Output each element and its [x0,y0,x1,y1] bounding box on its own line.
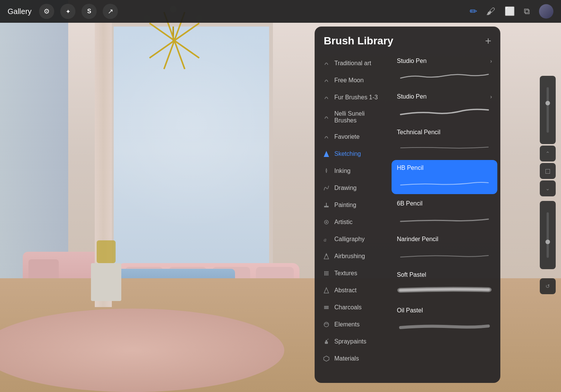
category-favoriete[interactable]: Favoriete [317,129,386,145]
category-free-moon-label: Free Moon [334,77,364,84]
brush-item-studio-pen-2[interactable]: Studio Pen › [392,89,497,123]
brush-stroke-hb-pencil [397,174,492,190]
brush-item-soft-pastel[interactable]: Soft Pastel [392,267,497,301]
category-charcoals[interactable]: Charcoals [317,299,386,316]
brush-item-technical-pencil[interactable]: Technical Pencil [392,124,497,158]
add-brush-button[interactable]: + [485,36,491,46]
svg-point-6 [326,254,327,256]
arrow-button[interactable]: ↗ [103,4,118,19]
category-textures-label: Textures [334,270,357,277]
square-tool-button[interactable]: □ [540,163,556,179]
category-artistic-label: Artistic [334,219,353,226]
category-materials[interactable]: Materials [317,350,386,367]
category-materials-label: Materials [334,355,359,362]
category-calligraphy[interactable]: a Calligraphy [317,231,386,248]
category-sketching[interactable]: Sketching [317,146,386,162]
right-tools: ✏ 🖌 ⬜ ⧉ [470,4,553,19]
airbrushing-icon [322,252,331,260]
brush-item-6b-pencil[interactable]: 6B Pencil [392,196,497,230]
brush-panel-body: Traditional art Free Moon Fur Brushes 1-… [315,53,500,383]
favoriete-icon [322,133,331,141]
brush-stroke-technical-pencil [397,139,492,154]
sketch-button[interactable]: S [81,4,97,19]
category-painting[interactable]: Painting [317,197,386,213]
brush-library-panel: Brush Library + Traditional art Free Moo… [315,27,500,383]
wrench-button[interactable]: ⚙ [39,4,54,19]
svg-line-20 [327,339,329,340]
brush-panel-header: Brush Library + [315,27,500,53]
charcoals-icon [322,303,331,312]
artistic-icon [322,218,331,226]
category-drawing-label: Drawing [334,185,357,191]
brush-stroke-studio-pen-1 [397,67,492,83]
sidebar-up-arrow[interactable]: ⌃ [540,146,556,162]
square-icon: □ [545,167,550,176]
category-sketching-label: Sketching [334,151,361,157]
brush-stroke-6b-pencil [397,210,492,225]
brush-item-studio-pen-1[interactable]: Studio Pen › [392,53,497,87]
category-airbrushing[interactable]: Airbrushing [317,248,386,265]
painting-icon [322,201,331,209]
pencil-tool-button[interactable]: ✏ [470,6,477,17]
svg-text:a: a [324,237,326,243]
category-painting-label: Painting [334,202,356,209]
svg-marker-0 [324,151,329,157]
down-arrow-icon: ⌄ [545,185,550,191]
wrench-icon: ⚙ [44,7,50,16]
calligraphy-icon: a [322,235,331,243]
materials-icon [322,354,331,363]
elements-icon [322,320,331,329]
brush-name-soft-pastel: Soft Pastel [397,271,426,278]
category-textures[interactable]: Textures [317,265,386,282]
brush-item-hb-pencil[interactable]: HB Pencil [392,160,497,194]
category-spraypaints-label: Spraypaints [334,338,367,345]
brush-chevron-2: › [490,94,492,100]
category-abstract[interactable]: Abstract [317,282,386,299]
textures-icon [322,269,331,278]
category-artistic[interactable]: Artistic [317,214,386,230]
category-fur-brushes[interactable]: Fur Brushes 1-3 [317,89,386,106]
brush-tool-button[interactable]: 🖌 [486,6,495,17]
category-spraypaints[interactable]: Spraypaints [317,333,386,350]
layers-tool-button[interactable]: ⧉ [524,6,530,16]
avatar[interactable] [539,4,553,19]
brush-name-narinder-pencil: Narinder Pencil [397,236,438,243]
brush-item-narinder-pencil[interactable]: Narinder Pencil [392,231,497,265]
category-fur-brushes-label: Fur Brushes 1-3 [334,94,378,101]
magic-icon: ✦ [66,8,71,15]
refresh-icon: ↺ [545,283,550,289]
fur-brushes-icon [322,93,331,102]
category-traditional-art-label: Traditional art [334,60,371,67]
size-slider[interactable] [547,87,549,133]
opacity-slider[interactable] [547,212,549,258]
category-inking[interactable]: Inking [317,163,386,179]
category-favoriete-label: Favoriete [334,133,360,140]
brush-name-technical-pencil: Technical Pencil [397,129,440,136]
brush-stroke-oil-pastel [397,317,492,332]
category-drawing[interactable]: Drawing [317,180,386,196]
category-airbrushing-label: Airbrushing [334,253,365,260]
category-elements[interactable]: Elements [317,316,386,333]
eraser-tool-button[interactable]: ⬜ [505,6,515,16]
magic-button[interactable]: ✦ [60,4,75,19]
drawing-icon [322,184,331,192]
category-traditional-art[interactable]: Traditional art [317,55,386,72]
left-tools: ⚙ ✦ S ↗ [39,4,118,19]
up-arrow-icon: ⌃ [545,151,550,157]
size-slider-container [540,76,556,144]
brush-name-hb-pencil: HB Pencil [397,165,423,171]
svg-rect-1 [324,206,329,207]
sidebar-down-arrow[interactable]: ⌄ [540,180,556,196]
category-free-moon[interactable]: Free Moon [317,72,386,89]
svg-rect-18 [325,342,328,344]
gallery-button[interactable]: Gallery [8,7,31,16]
arrow-icon: ↗ [108,7,113,16]
sidebar-refresh-arrow[interactable]: ↺ [540,278,556,294]
category-inking-label: Inking [334,168,351,174]
nelli-suneli-icon [322,113,331,121]
category-nelli-suneli[interactable]: Nelli Suneli Brushes [317,106,386,128]
brush-item-oil-pastel[interactable]: Oil Pastel [392,303,497,337]
brush-name-studio-pen-1: Studio Pen [397,58,426,64]
brush-list: Studio Pen › Studio Pen › [389,53,500,383]
category-elements-label: Elements [334,321,360,328]
